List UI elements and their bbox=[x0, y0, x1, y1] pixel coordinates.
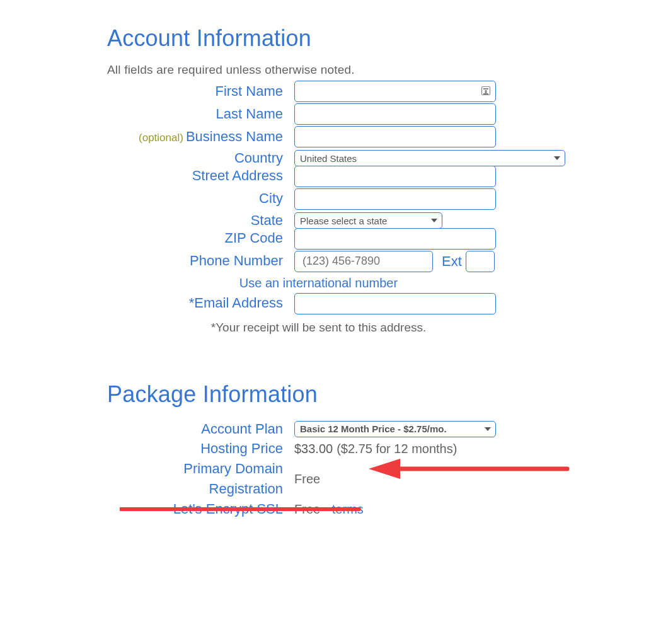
phone-label: Phone Number bbox=[107, 251, 294, 271]
street-address-label: Street Address bbox=[107, 166, 294, 186]
contact-autofill-icon bbox=[481, 86, 492, 97]
business-name-label: Business Name bbox=[186, 129, 283, 144]
email-receipt-note: *Your receipt will be sent to this addre… bbox=[88, 321, 549, 335]
ssl-dash: - bbox=[324, 502, 328, 517]
phone-input[interactable] bbox=[294, 251, 433, 272]
last-name-input[interactable] bbox=[294, 103, 496, 125]
ssl-terms-link[interactable]: terms bbox=[332, 502, 364, 517]
svg-rect-1 bbox=[483, 88, 488, 89]
account-plan-label: Account Plan bbox=[107, 419, 294, 439]
zip-label: ZIP Code bbox=[107, 229, 294, 248]
ext-label: Ext bbox=[442, 253, 462, 270]
intl-number-link[interactable]: Use an international number bbox=[88, 276, 549, 290]
state-select[interactable]: Please select a state bbox=[294, 212, 442, 229]
first-name-input[interactable] bbox=[294, 81, 496, 102]
state-label: State bbox=[107, 211, 294, 231]
country-select[interactable]: United States bbox=[294, 150, 565, 166]
optional-tag: (optional) bbox=[139, 132, 183, 144]
email-input[interactable] bbox=[294, 293, 496, 314]
account-info-heading: Account Information bbox=[107, 25, 549, 52]
zip-input[interactable] bbox=[294, 228, 496, 250]
hosting-price-value: $33.00 bbox=[294, 442, 333, 456]
ext-input[interactable] bbox=[466, 251, 495, 272]
hosting-price-label: Hosting Price bbox=[107, 439, 294, 459]
ssl-value: Free bbox=[294, 502, 320, 517]
primary-domain-value: Free bbox=[294, 472, 320, 486]
city-label: City bbox=[107, 189, 294, 209]
country-label: Country bbox=[107, 149, 294, 168]
required-fields-note: All fields are required unless otherwise… bbox=[107, 63, 549, 77]
email-label: *Email Address bbox=[107, 294, 294, 313]
svg-rect-3 bbox=[483, 93, 488, 95]
package-info-heading: Package Information bbox=[107, 381, 549, 408]
account-plan-select[interactable]: Basic 12 Month Price - $2.75/mo. bbox=[294, 421, 496, 437]
street-address-input[interactable] bbox=[294, 166, 496, 187]
ssl-label: Let's Encrypt SSL bbox=[107, 499, 294, 519]
city-input[interactable] bbox=[294, 188, 496, 210]
last-name-label: Last Name bbox=[107, 105, 294, 124]
primary-domain-label: Primary Domain Registration bbox=[107, 459, 294, 499]
business-name-input[interactable] bbox=[294, 126, 496, 147]
first-name-label: First Name bbox=[107, 82, 294, 101]
hosting-price-detail: ($2.75 for 12 months) bbox=[337, 442, 457, 456]
